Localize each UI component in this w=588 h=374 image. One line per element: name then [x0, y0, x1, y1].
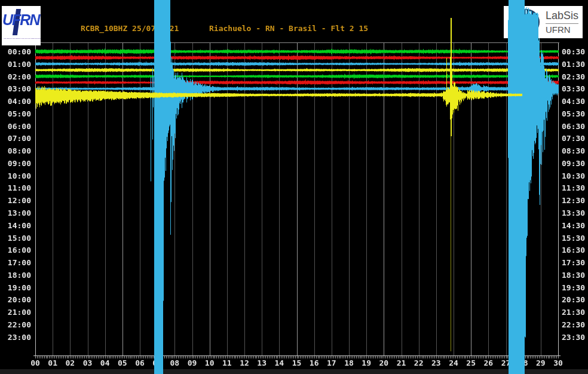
right-time-label: 15:30	[562, 234, 585, 243]
right-time-label: 17:30	[562, 259, 585, 267]
left-time-label: 07:00	[0, 134, 31, 143]
minute-label: 16	[305, 359, 323, 367]
minute-label: 05	[114, 359, 131, 367]
left-time-label: 11:00	[0, 184, 31, 192]
left-time-label: 02:00	[0, 73, 31, 81]
right-time-label: 08:30	[562, 147, 585, 155]
minute-label: 24	[445, 359, 463, 367]
globe-slat	[529, 11, 531, 33]
left-time-label: 15:00	[0, 234, 31, 243]
right-time-label: 18:30	[562, 271, 585, 280]
minute-label: 20	[375, 359, 393, 367]
labsis-logo-name: LabSis	[546, 10, 578, 24]
right-time-label: 13:30	[562, 209, 585, 217]
left-time-label: 12:00	[0, 197, 31, 205]
minute-label: 13	[253, 359, 271, 367]
ufrn-logo-text: UFRN	[2, 11, 39, 29]
right-time-label: 09:30	[562, 160, 585, 168]
left-time-label: 19:00	[0, 284, 31, 292]
right-time-label: 01:30	[562, 60, 585, 69]
minute-label: 01	[44, 359, 62, 367]
minute-label: 10	[201, 359, 219, 367]
right-time-label: 10:30	[562, 172, 585, 180]
right-time-label: 16:30	[562, 246, 585, 255]
minute-label: 18	[340, 359, 358, 367]
left-time-label: 22:00	[0, 321, 31, 329]
left-time-label: 09:00	[0, 160, 31, 168]
right-time-label: 14:30	[562, 222, 585, 230]
minute-label: 21	[393, 359, 411, 367]
minute-label: 15	[288, 359, 306, 367]
left-time-label: 08:00	[0, 147, 31, 155]
left-time-label: 21:00	[0, 308, 31, 317]
minute-label: 07	[148, 359, 166, 367]
ufrn-logo: UFRN UNIVERSIDADE FEDERAL DO RIO GRANDE …	[2, 6, 41, 45]
minute-label: 12	[235, 359, 253, 367]
left-time-label: 20:00	[0, 296, 31, 304]
left-time-label: 14:00	[0, 222, 31, 230]
minute-label: 08	[166, 359, 183, 367]
left-time-label: 01:00	[0, 60, 31, 69]
right-time-label: 02:30	[562, 73, 585, 81]
minute-label: 29	[532, 359, 550, 367]
globe-slat	[534, 15, 535, 33]
minute-label: 11	[218, 359, 236, 367]
minute-label: 09	[183, 359, 201, 367]
right-time-label: 19:30	[562, 284, 585, 292]
minute-label: 17	[323, 359, 341, 367]
minute-label: 22	[410, 359, 428, 367]
minute-label: 25	[462, 359, 480, 367]
title-station-date: RCBR_10BHZ 25/07/2021	[81, 24, 179, 33]
right-time-label: 22:30	[562, 321, 585, 329]
right-time-label: 06:30	[562, 122, 585, 131]
labsis-logo: LabSis UFRN	[504, 6, 583, 38]
minute-label: 02	[61, 359, 79, 367]
minute-label: 27	[497, 359, 515, 367]
title-location: Riachuelo - RN - Brasil - Flt 2 15	[209, 24, 368, 33]
minute-label: 26	[479, 359, 497, 367]
left-time-label: 00:00	[0, 48, 31, 56]
left-time-label: 03:00	[0, 85, 31, 93]
right-time-label: 21:30	[562, 308, 585, 317]
globe-slat	[521, 11, 523, 33]
minute-label: 14	[270, 359, 288, 367]
left-time-label: 13:00	[0, 209, 31, 217]
minute-label: 30	[549, 359, 567, 367]
right-time-label: 00:30	[562, 48, 585, 56]
globe-slat	[525, 10, 527, 34]
left-time-label: 06:00	[0, 122, 31, 131]
minute-label: 03	[79, 359, 97, 367]
right-time-label: 20:30	[562, 296, 585, 304]
labsis-logo-org: UFRN	[546, 24, 571, 35]
globe-slat	[517, 15, 519, 33]
labsis-globe-icon	[513, 9, 540, 35]
left-time-label: 16:00	[0, 246, 31, 255]
minute-label: 04	[96, 359, 114, 367]
left-time-label: 05:00	[0, 110, 31, 118]
right-time-label: 23:30	[562, 333, 585, 342]
left-time-label: 04:00	[0, 97, 31, 106]
left-time-label: 10:00	[0, 172, 31, 180]
minute-label: 00	[26, 359, 44, 367]
minute-label: 06	[131, 359, 149, 367]
minute-label: 23	[427, 359, 445, 367]
ufrn-logo-caption: UNIVERSIDADE FEDERAL DO RIO GRANDE DO NO…	[4, 38, 41, 39]
left-time-label: 17:00	[0, 259, 31, 267]
minute-label: 28	[514, 359, 532, 367]
right-time-label: 03:30	[562, 85, 585, 93]
right-time-label: 12:30	[562, 197, 585, 205]
right-time-label: 04:30	[562, 97, 585, 106]
left-time-label: 18:00	[0, 271, 31, 280]
plot-grid-canvas	[0, 0, 588, 374]
minute-label: 19	[357, 359, 375, 367]
right-time-label: 07:30	[562, 134, 585, 143]
left-time-label: 23:00	[0, 333, 31, 342]
right-time-label: 11:30	[562, 184, 585, 192]
right-time-label: 05:30	[562, 110, 585, 118]
